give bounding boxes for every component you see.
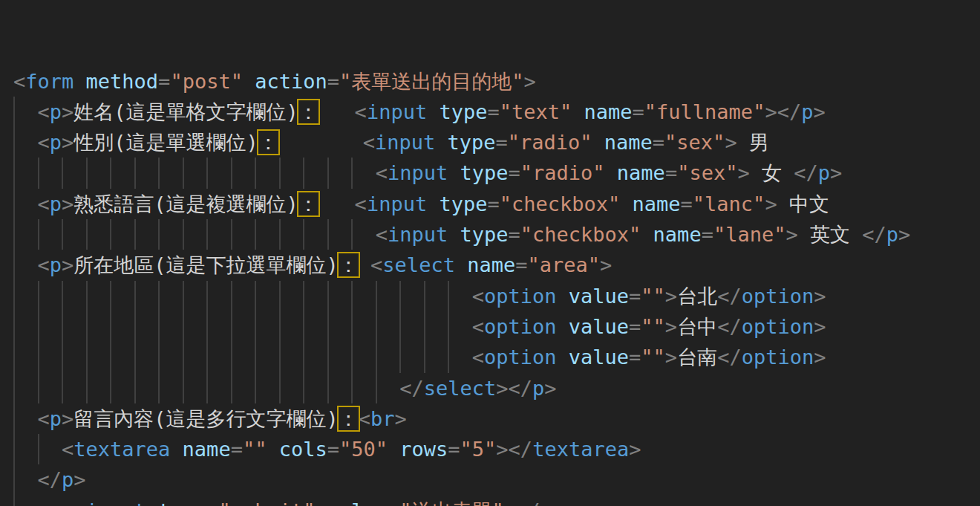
code-line[interactable]: <p>性別(這是單選欄位)： <input type="radio" name=… [13, 127, 980, 158]
indent-guides [13, 131, 38, 154]
token-whitespace [267, 438, 278, 461]
code-line[interactable]: <p>熟悉語言(這是複選欄位)： <input type="checkbox" … [13, 189, 980, 219]
token-whitespace [170, 438, 182, 461]
token-attribute-name: value [327, 499, 388, 506]
token-attribute-name: name [617, 161, 665, 184]
code-line[interactable]: <form method="post" action="表單送出的目的地"> [13, 66, 980, 97]
token-tag-name: input [86, 499, 146, 506]
token-attribute-name: name [604, 131, 653, 154]
token-punctuation: = [629, 285, 641, 308]
token-punctuation: < [363, 131, 375, 154]
token-punctuation: = [448, 438, 460, 461]
indent-guides [13, 161, 376, 184]
token-string: "fullname" [644, 100, 765, 123]
token-punctuation: = [665, 161, 677, 184]
token-punctuation: = [327, 438, 339, 461]
indent-guides [13, 223, 376, 246]
token-string: "radio" [508, 131, 592, 154]
token-attribute-name: method [86, 70, 159, 93]
fullwidth-colon-highlight: ： [298, 192, 318, 215]
code-line[interactable]: </select></p> [13, 373, 980, 403]
token-attribute-name: cols [279, 438, 327, 461]
token-punctuation: > [62, 100, 74, 123]
code-line[interactable]: <option value="">台中</option> [13, 311, 980, 342]
token-string: "" [641, 346, 665, 369]
token-string: "sex" [664, 131, 725, 154]
code-line[interactable]: <p><input type="submit" value="送出表單"></p… [13, 496, 980, 506]
token-whitespace [427, 100, 439, 123]
token-whitespace [641, 223, 653, 246]
code-editor[interactable]: <form method="post" action="表單送出的目的地"> <… [0, 0, 980, 506]
token-whitespace [605, 161, 617, 184]
token-punctuation: = [388, 499, 399, 506]
token-punctuation: < [370, 253, 382, 276]
token-punctuation: > [665, 315, 677, 338]
token-tag-name: br [370, 407, 395, 430]
token-punctuation: < [359, 407, 370, 430]
token-punctuation: > [665, 285, 677, 308]
token-attribute-name: rows [399, 438, 448, 461]
token-whitespace [278, 131, 363, 154]
token-text: 留言內容(這是多行文字欄位) [74, 407, 339, 430]
code-line[interactable]: <p>留言內容(這是多行文字欄位)：<br> [13, 403, 980, 434]
token-attribute-name: value [569, 346, 629, 369]
token-punctuation: ></ [504, 499, 540, 506]
token-string: "area" [527, 253, 600, 276]
token-punctuation: > [600, 253, 612, 276]
token-attribute-name: name [584, 100, 633, 123]
code-line[interactable]: <p>姓名(這是單格文字欄位)： <input type="text" name… [13, 97, 980, 127]
token-attribute-name: name [467, 253, 515, 276]
token-punctuation: = [702, 223, 713, 246]
token-punctuation: < [38, 499, 50, 506]
code-area[interactable]: <form method="post" action="表單送出的目的地"> <… [13, 66, 980, 506]
token-punctuation: > [814, 315, 826, 338]
indent-guides [13, 285, 472, 308]
token-punctuation: > [62, 131, 74, 154]
token-whitespace [146, 499, 158, 506]
token-text: 姓名(這是單格文字欄位) [74, 100, 298, 123]
token-whitespace [572, 100, 584, 123]
code-line[interactable]: <input type="radio" name="sex"> 女 </p> [13, 158, 980, 188]
indent-guides [13, 499, 38, 506]
token-punctuation: = [206, 499, 218, 506]
token-whitespace [359, 253, 370, 276]
token-punctuation: > [814, 346, 826, 369]
token-punctuation: > [544, 377, 556, 400]
token-text: 所在地區(這是下拉選單欄位) [74, 253, 339, 276]
token-punctuation: > [552, 499, 564, 506]
token-whitespace [318, 192, 355, 215]
token-whitespace [315, 499, 327, 506]
token-text: 台中 [677, 315, 717, 338]
token-punctuation: < [376, 161, 388, 184]
token-whitespace [435, 131, 447, 154]
token-string: "5" [460, 438, 497, 461]
code-line[interactable]: <option value="">台南</option> [13, 342, 980, 372]
token-string: "submit" [218, 499, 315, 506]
token-whitespace [427, 192, 439, 215]
token-tag-name: select [424, 377, 497, 400]
token-text: 性別(這是單選欄位) [74, 131, 258, 154]
token-whitespace [388, 438, 399, 461]
token-punctuation: = [629, 346, 641, 369]
code-line[interactable]: <input type="checkbox" name="lane"> 英文 <… [13, 219, 980, 250]
code-line[interactable]: <p>所在地區(這是下拉選單欄位)： <select name="area"> [13, 250, 980, 280]
token-tag-name: textarea [532, 438, 629, 461]
token-whitespace [592, 131, 604, 154]
token-tag-name: option [484, 285, 557, 308]
token-tag-name: p [50, 131, 62, 154]
token-punctuation: = [509, 161, 520, 184]
code-line[interactable]: <option value="">台北</option> [13, 281, 980, 311]
code-line[interactable]: <textarea name="" cols="50" rows="5"></t… [13, 434, 980, 464]
token-attribute-name: action [255, 70, 327, 93]
token-tag-name: p [50, 192, 62, 215]
code-line[interactable]: </p> [13, 464, 980, 495]
token-punctuation: < [38, 253, 50, 276]
fullwidth-colon-highlight: ： [339, 253, 359, 276]
token-string: "radio" [520, 161, 605, 184]
token-attribute-name: name [183, 438, 231, 461]
token-attribute-name: type [158, 499, 206, 506]
indent-guides [13, 468, 38, 491]
token-punctuation: > [629, 438, 641, 461]
token-text: 台北 [677, 285, 717, 308]
token-punctuation: < [38, 131, 50, 154]
